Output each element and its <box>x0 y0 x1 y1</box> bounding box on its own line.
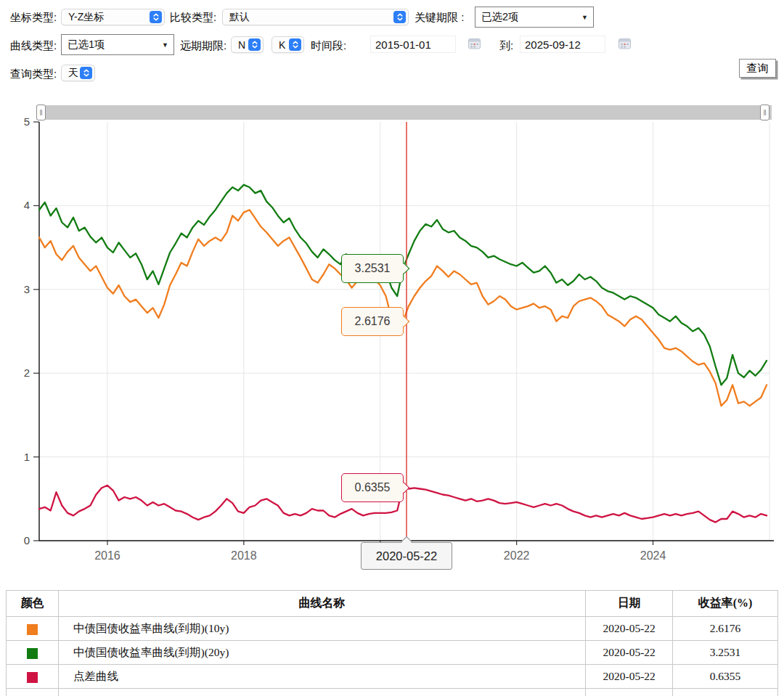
series-color-swatch <box>27 672 38 683</box>
x-tick-label: 2016 <box>94 549 121 562</box>
tooltip-spread-text: 0.6355 <box>355 481 391 494</box>
table-header-3: 收益率(%) <box>673 591 778 617</box>
table-row-partial <box>7 689 778 696</box>
tooltip-20y-text: 3.2531 <box>355 262 391 275</box>
series-line-1 <box>39 185 767 385</box>
tooltip-10y-text: 2.6176 <box>355 315 391 328</box>
curve-name-cell: 中债国债收益率曲线(到期)(20y) <box>58 641 585 665</box>
empty-cell <box>673 689 778 696</box>
date-cell: 2020-05-22 <box>586 617 673 641</box>
series-color-swatch <box>27 648 38 659</box>
legend-table-header-row: 颜色曲线名称日期收益率(%) <box>7 591 778 617</box>
table-header-0: 颜色 <box>7 591 59 617</box>
curve-name-cell: 点差曲线 <box>58 665 585 689</box>
x-tick-label: 2018 <box>231 549 257 562</box>
yield-value-cell: 2.6176 <box>673 617 778 641</box>
y-tick-label: 3 <box>24 283 30 295</box>
color-cell <box>7 617 59 641</box>
series-color-swatch <box>27 624 38 635</box>
x-tick-label: 2024 <box>640 549 666 562</box>
y-tick-label: 4 <box>24 199 30 211</box>
yield-curve-query-page: 坐标类型: Y-Z坐标 比较类型: 默认 关键期限 : 已选2项 ▼ 曲线类型:… <box>0 0 784 696</box>
table-row[interactable]: 中债国债收益率曲线(到期)(10y)2020-05-222.6176 <box>7 617 778 641</box>
y-tick-label: 0 <box>24 534 30 546</box>
date-cell: 2020-05-22 <box>586 641 673 665</box>
legend-table: 颜色曲线名称日期收益率(%) 中债国债收益率曲线(到期)(10y)2020-05… <box>6 590 778 696</box>
tooltip-spread-value: 0.6355 <box>341 473 404 502</box>
empty-cell <box>58 689 585 696</box>
table-header-1: 曲线名称 <box>58 591 585 617</box>
date-cell: 2020-05-22 <box>586 665 673 689</box>
empty-cell <box>586 689 673 696</box>
empty-cell <box>7 689 59 696</box>
color-cell <box>7 641 59 665</box>
y-tick-label: 1 <box>24 451 30 463</box>
table-header-2: 日期 <box>586 591 673 617</box>
table-row[interactable]: 中债国债收益率曲线(到期)(20y)2020-05-223.2531 <box>7 641 778 665</box>
yield-value-cell: 3.2531 <box>673 641 778 665</box>
y-tick-label: 5 <box>24 115 30 128</box>
x-tick-label: 2022 <box>504 549 530 562</box>
table-row[interactable]: 点差曲线2020-05-220.6355 <box>7 665 778 689</box>
yield-value-cell: 0.6355 <box>673 665 778 689</box>
color-cell <box>7 665 59 689</box>
cursor-date-text: 2020-05-22 <box>376 549 437 563</box>
tooltip-20y-value: 3.2531 <box>341 254 404 283</box>
cursor-date-box: 2020-05-22 <box>361 542 452 570</box>
tooltip-10y-value: 2.6176 <box>341 307 404 336</box>
curve-name-cell: 中债国债收益率曲线(到期)(10y) <box>58 617 585 641</box>
y-tick-label: 2 <box>24 367 30 379</box>
